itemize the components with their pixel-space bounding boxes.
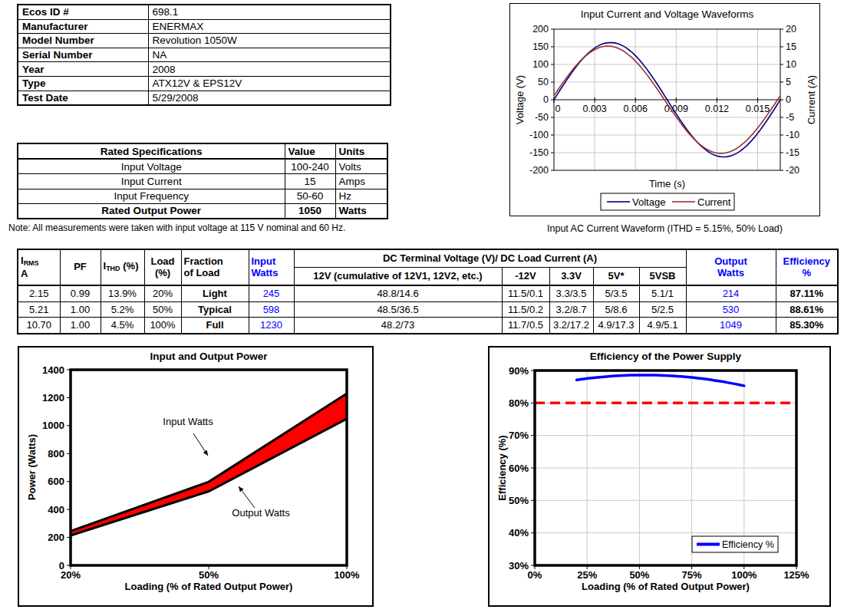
cell-fraction: Full xyxy=(181,318,249,334)
info-row: ManufacturerENERMAX xyxy=(18,19,391,34)
cell-ithd: 5.2% xyxy=(101,301,144,318)
legend-current-label: Current xyxy=(697,196,731,208)
xtick-label: 0.003 xyxy=(582,104,606,114)
col-dc-3: 5V* xyxy=(593,268,639,286)
ytick-label-left: 150 xyxy=(532,41,549,52)
info-label: Test Date xyxy=(18,91,148,105)
ytick-label: 800 xyxy=(48,448,64,460)
spec-name: Input Voltage xyxy=(18,159,285,174)
cell-load-pct: 100% xyxy=(144,318,181,334)
waveform-title: Input Current and Voltage Waveforms xyxy=(581,8,754,20)
cell-dc-5v: 5/8.6 xyxy=(593,301,639,318)
cell-dc-5vsb: 5.1/1 xyxy=(639,285,686,301)
info-row: Test Date5/29/2008 xyxy=(18,91,391,105)
cell-output-watts: 530 xyxy=(686,301,776,318)
input-watts-line xyxy=(71,394,347,531)
load-test-rows: 2.150.9913.9%20%Light24548.8/14.611.5/0.… xyxy=(18,285,838,334)
spec-row: Input Frequency50-60Hz xyxy=(18,189,387,203)
power-xlabel: Loading (% of Rated Output Power) xyxy=(125,581,293,592)
device-info-rows: Ecos ID #698.1ManufacturerENERMAXModel N… xyxy=(18,5,391,105)
info-label: Ecos ID # xyxy=(18,5,148,19)
ytick-label-right: 5 xyxy=(786,77,791,87)
xtick-label: 100% xyxy=(334,569,360,581)
ytick-label: 60% xyxy=(509,463,529,474)
specs-header-units: Units xyxy=(335,143,387,159)
info-label: Type xyxy=(18,76,148,91)
cell-input-watts: 245 xyxy=(249,285,294,301)
ytick-label-left: -150 xyxy=(529,147,549,158)
xtick-label: 25% xyxy=(577,569,597,581)
rated-specs-table: Rated SpecificationsValueUnits Input Vol… xyxy=(17,143,388,219)
info-value: ATX12V & EPS12V xyxy=(148,76,391,91)
cell-irms: 5.21 xyxy=(18,301,60,318)
info-label: Serial Number xyxy=(18,48,148,62)
xtick-label: 0.012 xyxy=(705,104,729,114)
efficiency-ylabel: Efficiency (%) xyxy=(496,435,508,500)
cell-dc-3v3: 3.2/17.2 xyxy=(549,318,593,334)
ytick-label-left: -50 xyxy=(535,112,549,123)
ytick-label: 30% xyxy=(509,560,529,572)
cell-output-watts: 1049 xyxy=(686,318,776,334)
ytick-label: 40% xyxy=(509,527,529,539)
power-ylabel: Power (Watts) xyxy=(26,434,38,500)
cell-pf: 0.99 xyxy=(60,285,101,301)
cell-dc-5v: 5/3.5 xyxy=(593,285,639,301)
power-chart-panel: Input and Output Power020040060080010001… xyxy=(18,346,374,607)
plot-border xyxy=(71,370,347,565)
cell-input-watts: 1230 xyxy=(249,318,294,334)
info-row: Year2008 xyxy=(18,62,391,77)
ytick-label: 50% xyxy=(509,495,529,506)
load-header-row-1: IRMSAPFITHD (%)Load(%)Fractionof LoadInp… xyxy=(18,249,838,268)
col-ithd: ITHD (%) xyxy=(101,249,144,285)
spec-row: Rated Output Power1050Watts xyxy=(18,203,387,219)
legend-efficiency-label: Efficiency % xyxy=(722,539,774,550)
efficiency-xlabel: Loading (% of Rated Output Power) xyxy=(582,581,750,592)
xtick-label: 0% xyxy=(528,569,542,581)
info-label: Model Number xyxy=(18,34,148,48)
spec-units: Hz xyxy=(335,189,387,203)
efficiency-title: Efficiency of the Power Supply xyxy=(590,351,742,362)
spec-row: Input Current15Amps xyxy=(18,174,387,189)
ytick-label-right: 0 xyxy=(786,94,791,105)
info-value: 5/29/2008 xyxy=(148,91,391,105)
col-fraction: Fractionof Load xyxy=(181,249,249,285)
cell-dc-12v: 48.5/36.5 xyxy=(294,301,502,318)
efficiency-chart: Efficiency of the Power Supply30%40%50%6… xyxy=(490,348,826,602)
cell-dc-5v: 4.9/17.3 xyxy=(593,318,639,334)
legend-voltage-label: Voltage xyxy=(632,196,665,208)
info-row: Serial NumberNA xyxy=(18,48,391,62)
info-value: 2008 xyxy=(148,62,391,77)
cell-ithd: 4.5% xyxy=(101,318,144,334)
cell-input-watts: 598 xyxy=(249,301,294,318)
cell-output-watts: 214 xyxy=(686,285,776,301)
col-efficiency: Efficiency% xyxy=(776,249,838,285)
info-row: Model NumberRevolution 1050W xyxy=(18,34,391,48)
efficiency-chart-panel: Efficiency of the Power Supply30%40%50%6… xyxy=(488,346,831,607)
ytick-label: 1200 xyxy=(42,392,64,404)
ytick-label-right: 20 xyxy=(786,24,796,35)
annotation-output-watts: Output Watts xyxy=(232,507,290,519)
col-dc-1: -12V xyxy=(502,268,549,286)
cell-dc-neg12v: 11.5/0.1 xyxy=(502,285,549,301)
waveform-ylabel-left: Voltage (V) xyxy=(514,75,526,124)
waveform-ylabel-right: Current (A) xyxy=(806,75,817,124)
col-dc-2: 3.3V xyxy=(549,268,593,286)
spec-name: Input Frequency xyxy=(18,189,285,203)
ytick-label-left: -200 xyxy=(529,165,549,176)
efficiency-line xyxy=(577,375,744,386)
info-label: Year xyxy=(18,62,148,77)
info-value: Revolution 1050W xyxy=(148,34,391,48)
col-dc-0: 12V (cumulative of 12V1, 12V2, etc.) xyxy=(294,268,502,286)
xtick-label: 50% xyxy=(629,569,649,581)
xtick-label: 20% xyxy=(61,569,81,581)
cell-dc-neg12v: 11.7/0.5 xyxy=(502,318,549,334)
cell-dc-neg12v: 11.5/0.2 xyxy=(502,301,549,318)
cell-fraction: Typical xyxy=(181,301,249,318)
spec-units: Watts xyxy=(335,203,387,219)
xtick-label: 0 xyxy=(555,104,561,114)
ytick-label: 90% xyxy=(509,365,529,377)
waveform-caption: Input AC Current Waveform (ITHD = 5.15%,… xyxy=(509,223,820,234)
cell-ithd: 13.9% xyxy=(101,285,144,301)
col-dc-4: 5VSB xyxy=(639,268,686,286)
cell-pf: 1.00 xyxy=(60,318,101,334)
